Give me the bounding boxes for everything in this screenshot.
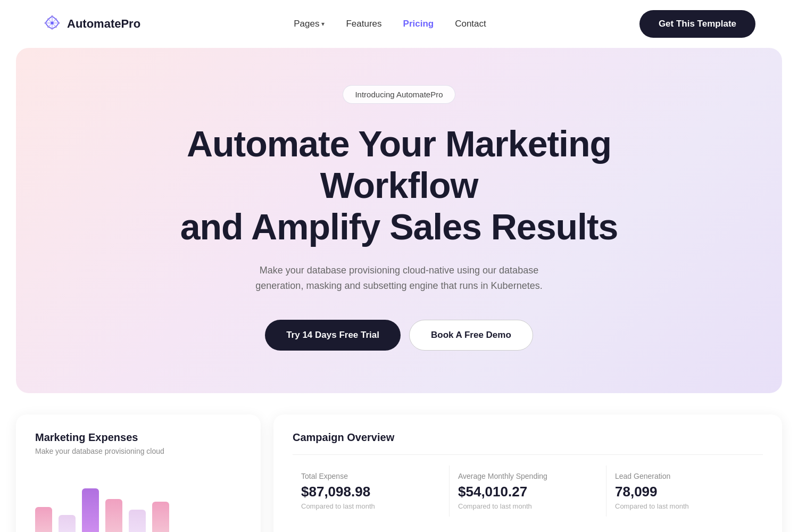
svg-point-8 — [47, 18, 49, 20]
main-nav: Pages ▾ Features Pricing Contact — [294, 19, 486, 29]
header: AutomatePro Pages ▾ Features Pricing Con… — [0, 0, 798, 48]
campaign-card-title: Campaign Overview — [293, 431, 763, 444]
metric-compare-1: Compared to last month — [458, 502, 597, 510]
bar-2 — [59, 515, 76, 532]
hero-buttons: Try 14 Days Free Trial Book A Free Demo — [37, 320, 761, 351]
metric-lead-gen: Lead Generation 78,099 Compared to last … — [606, 466, 763, 517]
hero-subtitle: Make your database provisioning cloud-na… — [239, 263, 559, 294]
logo-icon — [43, 14, 62, 34]
cards-section: Marketing Expenses Make your database pr… — [0, 414, 798, 532]
bar-6 — [152, 502, 169, 532]
metric-avg-spending: Average Monthly Spending $54,010.27 Comp… — [450, 466, 606, 517]
metric-total-expense: Total Expense $87,098.98 Compared to las… — [293, 466, 450, 517]
bar-3 — [82, 488, 99, 532]
campaign-divider — [293, 454, 763, 455]
nav-item-pricing[interactable]: Pricing — [403, 19, 434, 29]
bar-group-1 — [35, 507, 52, 532]
intro-badge: Introducing AutomatePro — [343, 85, 455, 104]
marketing-card-subtitle: Make your database provisioning cloud — [35, 447, 242, 455]
get-template-button[interactable]: Get This Template — [639, 10, 755, 38]
hero-section: Introducing AutomatePro Automate Your Ma… — [16, 48, 782, 393]
campaign-overview-card: Campaign Overview Total Expense $87,098.… — [273, 414, 782, 532]
nav-item-pages[interactable]: Pages ▾ — [294, 19, 325, 29]
metric-label-1: Average Monthly Spending — [458, 472, 597, 480]
metrics-row: Total Expense $87,098.98 Compared to las… — [293, 466, 763, 517]
logo-text: AutomatePro — [67, 17, 140, 31]
bar-group-4 — [105, 499, 122, 532]
marketing-bar-chart — [35, 472, 242, 532]
bar-group-6 — [152, 502, 169, 532]
bar-4 — [105, 499, 122, 532]
bar-5 — [129, 510, 146, 532]
nav-item-contact[interactable]: Contact — [455, 19, 486, 29]
svg-point-2 — [55, 18, 57, 20]
marketing-expenses-card: Marketing Expenses Make your database pr… — [16, 414, 261, 532]
metric-label-2: Lead Generation — [615, 472, 754, 480]
logo-area: AutomatePro — [43, 14, 140, 34]
svg-point-5 — [51, 28, 53, 30]
trial-button[interactable]: Try 14 Days Free Trial — [265, 320, 401, 351]
metric-compare-0: Compared to last month — [301, 502, 440, 510]
svg-point-1 — [51, 15, 53, 18]
bar-group-5 — [129, 510, 146, 532]
metric-value-0: $87,098.98 — [301, 484, 440, 500]
hero-title: Automate Your Marketing Workflow and Amp… — [160, 123, 638, 248]
svg-point-3 — [58, 22, 60, 24]
nav-item-features[interactable]: Features — [346, 19, 381, 29]
bar-group-2 — [59, 515, 76, 532]
svg-point-7 — [45, 22, 47, 24]
bar-1 — [35, 507, 52, 532]
svg-point-6 — [47, 26, 49, 28]
svg-point-0 — [51, 22, 53, 24]
metric-compare-2: Compared to last month — [615, 502, 754, 510]
chevron-down-icon: ▾ — [321, 20, 325, 28]
svg-point-4 — [55, 26, 57, 28]
metric-value-2: 78,099 — [615, 484, 754, 500]
demo-button[interactable]: Book A Free Demo — [409, 320, 533, 351]
bar-group-3 — [82, 488, 99, 532]
metric-value-1: $54,010.27 — [458, 484, 597, 500]
marketing-card-title: Marketing Expenses — [35, 431, 242, 444]
metric-label-0: Total Expense — [301, 472, 440, 480]
